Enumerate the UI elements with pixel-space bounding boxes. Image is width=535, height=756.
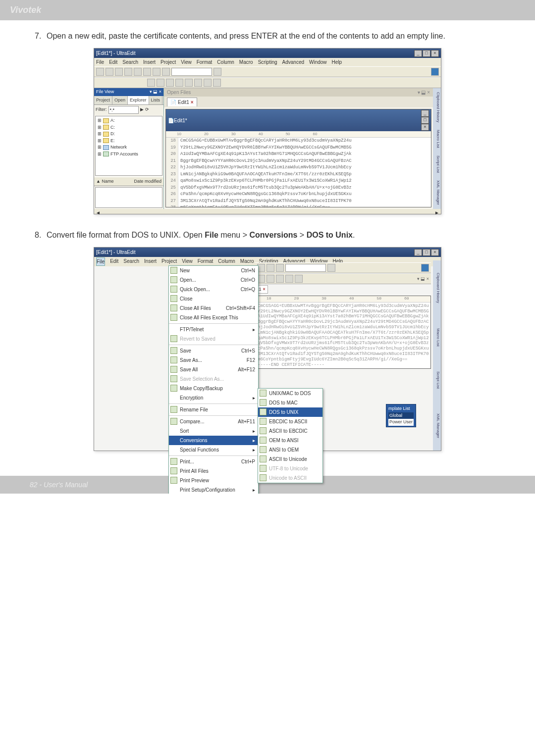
menu-column[interactable]: Column [217, 58, 234, 66]
conv-item-dos-to-mac[interactable]: DOS to MAC [258, 398, 322, 407]
menu-item-rename-file[interactable]: Rename File [169, 405, 258, 414]
maximize-icon[interactable]: □ [423, 50, 430, 57]
menu-item-make-copy-backup[interactable]: Make Copy/Backup [169, 384, 258, 393]
conv-item-ascii-to-unicode[interactable]: ASCII to Unicode [258, 454, 322, 464]
menu-item-save-all[interactable]: Save AllAlt+F12 [169, 365, 258, 374]
side-tab-clipboard[interactable]: Clipboard History [433, 92, 441, 122]
side-tab-script[interactable]: Script List [433, 371, 441, 389]
menu-item-save-selection-as-[interactable]: Save Selection As... [169, 374, 258, 384]
minimize-icon[interactable]: _ [414, 50, 422, 57]
menu-item-print-preview[interactable]: Print Preview [169, 476, 258, 485]
menu-item-save-as-[interactable]: Save As...F12 [169, 355, 258, 365]
tb-fwd-icon[interactable] [106, 68, 113, 76]
menu-macro[interactable]: Macro [240, 257, 254, 266]
menu-item-close-all-files[interactable]: Close All FilesCtrl+Shift+F4 [169, 303, 258, 313]
menu-project[interactable]: Project [160, 58, 176, 66]
tb-save-icon[interactable] [134, 68, 142, 76]
conv-item-ascii-to-ebcdic[interactable]: ASCII to EBCDIC [258, 426, 322, 436]
panel-controls[interactable]: ▾ ⬓ × [417, 276, 429, 282]
menu-view[interactable]: View [181, 58, 192, 66]
menu-edit[interactable]: Edit [110, 257, 118, 266]
file-tab-close-icon[interactable]: × [263, 287, 266, 292]
scroll-left-icon[interactable]: ◄ [96, 209, 101, 214]
file-list[interactable] [95, 187, 162, 208]
menu-view[interactable]: View [182, 257, 193, 266]
tb2-icon[interactable] [267, 275, 274, 283]
tb2-icon[interactable] [204, 79, 212, 87]
menu-advanced[interactable]: Advanced [282, 58, 304, 66]
menu-item-special-functions[interactable]: Special Functions▸ [169, 445, 258, 454]
tab-explorer[interactable]: Explorer [128, 96, 149, 105]
menu-format[interactable]: Format [197, 58, 213, 66]
menu-item-new[interactable]: NewCtrl+N [169, 266, 258, 275]
tab-lists[interactable]: Lists [149, 96, 163, 105]
side-tab-xml[interactable]: XML Manager [433, 413, 441, 438]
conv-item-dos-to-unix[interactable]: DOS to UNIX [258, 407, 322, 417]
tb2-icon[interactable] [295, 275, 303, 283]
menu-file[interactable]: File [96, 257, 105, 266]
panel-controls[interactable]: ▾ ⬓ × [150, 89, 161, 96]
menu-item-conversions[interactable]: Conversions▸ [169, 436, 258, 445]
menu-item-print-setup-configuration[interactable]: Print Setup/Configuration▸ [169, 485, 258, 494]
col-date[interactable]: Date modified [134, 178, 161, 185]
folder-tree[interactable]: ⊞A: ⊞C: ⊞D: ⊞E: ⊞Network ⊞FTP Accounts [95, 116, 162, 176]
menu-search[interactable]: Search [122, 58, 138, 66]
tb2-icon[interactable] [175, 79, 183, 87]
menu-column[interactable]: Column [218, 257, 235, 266]
menu-insert[interactable]: Insert [144, 257, 157, 266]
conv-item-ansi-to-oem[interactable]: ANSI to OEM [258, 445, 322, 454]
doc-maximize-icon[interactable]: □ [421, 117, 429, 124]
tb-copy-icon[interactable] [153, 68, 160, 76]
file-tab-edit1[interactable]: 📄 Edit1 × [167, 98, 197, 106]
scrollbar-bottom[interactable]: ◄ ► [94, 209, 441, 214]
tb-paste-icon[interactable] [162, 68, 170, 76]
filter-go-icon[interactable]: ▶ [140, 106, 144, 113]
menu-item-print-[interactable]: Print...Ctrl+P [169, 457, 258, 466]
filter-refresh-icon[interactable]: ⟳ [145, 106, 149, 113]
minimize-icon[interactable]: _ [414, 249, 422, 256]
tb-back-icon[interactable] [96, 68, 104, 76]
menu-macro[interactable]: Macro [239, 58, 253, 66]
close-icon[interactable]: × [431, 249, 439, 256]
menu-item-close[interactable]: Close [169, 294, 258, 303]
tb-help-icon[interactable] [421, 264, 429, 272]
menu-item-open-[interactable]: Open...Ctrl+O [169, 275, 258, 285]
tb-find-icon[interactable] [214, 68, 221, 76]
tb2-icon[interactable] [157, 79, 164, 87]
tb2-icon[interactable] [213, 79, 221, 87]
panel-controls[interactable]: ▾ ⬓ × [418, 89, 430, 96]
menu-window[interactable]: Window [309, 58, 327, 66]
side-tab-macro[interactable]: Macro List [433, 130, 441, 148]
menu-item-sort[interactable]: Sort▸ [169, 426, 258, 436]
conv-item-utf-to-unicode[interactable]: UTF-8 to Unicode [258, 464, 322, 473]
menu-project[interactable]: Project [161, 257, 177, 266]
tab-open[interactable]: Open [112, 96, 128, 105]
tb-open-icon[interactable] [124, 68, 132, 76]
tb2-icon[interactable] [147, 79, 155, 87]
menu-item-encryption[interactable]: Encryption▸ [169, 393, 258, 403]
tb2-icon[interactable] [166, 79, 174, 87]
menu-item-revert-to-saved[interactable]: Revert to Saved [169, 334, 258, 344]
menu-item-close-all-files-except-this[interactable]: Close All Files Except This [169, 313, 258, 322]
tb-cut-icon[interactable] [143, 68, 151, 76]
tb-icon[interactable] [267, 264, 274, 272]
conv-item-oem-to-ansi[interactable]: OEM to ANSI [258, 436, 322, 445]
tb2-icon[interactable] [276, 275, 284, 283]
conv-item-unicode-to-ascii[interactable]: Unicode to ASCII [258, 473, 322, 483]
conv-item-ebcdic-to-ascii[interactable]: EBCDIC to ASCII [258, 417, 322, 426]
menu-item-compare-[interactable]: Compare...Alt+F11 [169, 417, 258, 426]
side-tab-macro[interactable]: Macro List [433, 328, 441, 347]
tb-find-icon[interactable] [327, 264, 335, 272]
col-name[interactable]: ▲ Name [96, 178, 134, 185]
side-tab-xml[interactable]: XML Manager [433, 180, 441, 205]
tb2-icon[interactable] [185, 79, 193, 87]
menu-edit[interactable]: Edit [109, 58, 117, 66]
menu-item-save[interactable]: SaveCtrl+S [169, 346, 258, 355]
doc-minimize-icon[interactable]: _ [421, 110, 429, 117]
tb-help-icon[interactable] [431, 68, 439, 76]
filter-input[interactable] [108, 106, 139, 114]
tb-search-input[interactable] [171, 68, 212, 76]
menu-item-ftp-telnet[interactable]: FTP/Telnet▸ [169, 325, 258, 334]
menu-format[interactable]: Format [198, 257, 214, 266]
conv-item-unix-mac-to-dos[interactable]: UNIX/MAC to DOS [258, 389, 322, 398]
